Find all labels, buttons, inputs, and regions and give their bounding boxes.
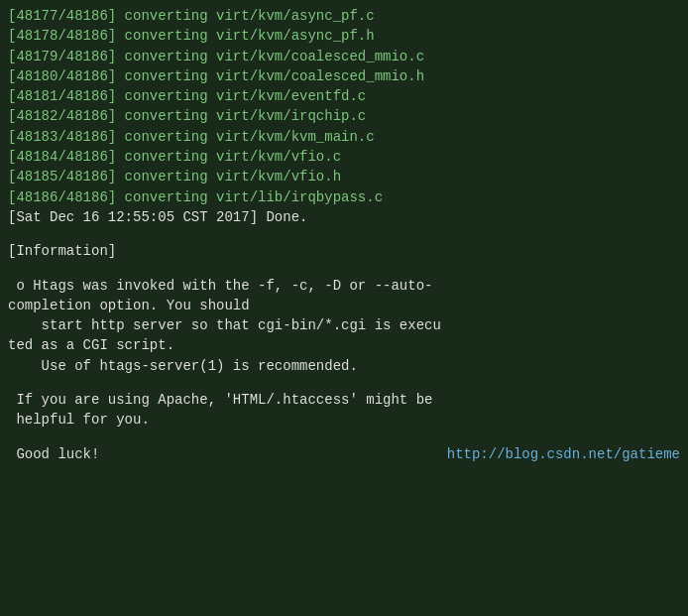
convert-line-1: [48177/48186] converting virt/kvm/async_…: [8, 6, 680, 26]
spacer-1: [8, 227, 680, 241]
convert-line-4: [48180/48186] converting virt/kvm/coales…: [8, 66, 680, 86]
convert-line-10: [48186/48186] converting virt/lib/irqbyp…: [8, 187, 680, 207]
convert-line-9: [48185/48186] converting virt/kvm/vfio.h: [8, 167, 680, 186]
info-body-2: completion option. You should: [8, 296, 680, 315]
info-header: [Information]: [8, 241, 680, 261]
spacer-2: [8, 262, 680, 276]
convert-line-5: [48181/48186] converting virt/kvm/eventf…: [8, 86, 680, 106]
info-body-5: Use of htags-server(1) is recommended.: [8, 356, 680, 376]
blog-link[interactable]: http://blog.csdn.net/gatieme: [447, 444, 680, 464]
terminal-window: [48177/48186] converting virt/kvm/async_…: [0, 0, 688, 616]
good-luck-text: Good luck!: [8, 444, 99, 464]
apache-line-1: If you are using Apache, 'HTML/.htaccess…: [8, 390, 680, 410]
spacer-4: [8, 431, 680, 444]
convert-line-8: [48184/48186] converting virt/kvm/vfio.c: [8, 147, 680, 167]
done-line: [Sat Dec 16 12:55:05 CST 2017] Done.: [8, 207, 680, 227]
spacer-3: [8, 376, 680, 390]
convert-line-2: [48178/48186] converting virt/kvm/async_…: [8, 26, 680, 46]
convert-line-3: [48179/48186] converting virt/kvm/coales…: [8, 47, 680, 66]
apache-line-2: helpful for you.: [8, 410, 680, 430]
info-body-3: start http server so that cgi-bin/*.cgi …: [8, 315, 680, 335]
convert-line-6: [48182/48186] converting virt/kvm/irqchi…: [8, 106, 680, 126]
convert-line-7: [48183/48186] converting virt/kvm/kvm_ma…: [8, 127, 680, 147]
info-body-1: o Htags was invoked with the -f, -c, -D …: [8, 276, 680, 296]
info-body-4: ted as a CGI script.: [8, 335, 680, 355]
